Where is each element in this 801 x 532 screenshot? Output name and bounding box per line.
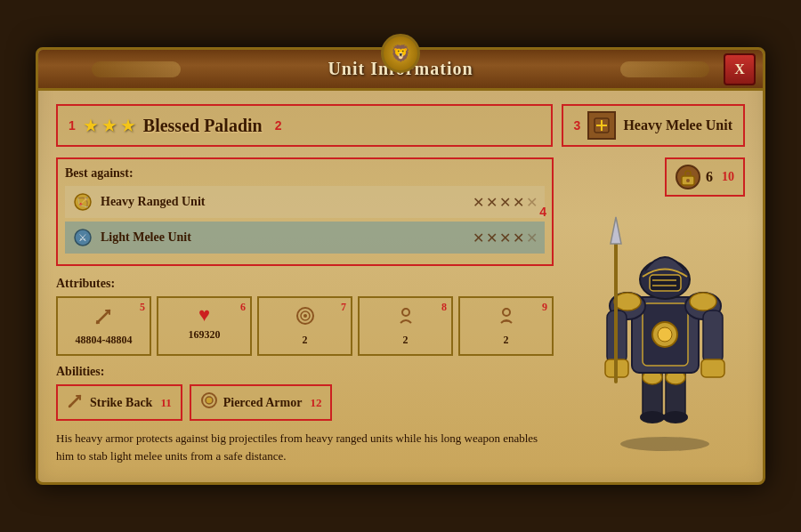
best-against-box: Best against: 🏹 Heavy Ranged Unit ✕ ✕ — [56, 157, 554, 266]
enemy-name-2: Light Melee Unit — [101, 230, 465, 245]
attack-icon — [93, 305, 115, 330]
svg-rect-43 — [701, 359, 724, 377]
unit-type-box: 3 Heavy Melee Unit — [562, 104, 745, 147]
range-icon — [395, 305, 417, 330]
star-2: ★ — [101, 115, 117, 136]
attr-speed: 9 2 — [458, 296, 554, 356]
svg-point-24 — [686, 179, 690, 182]
svg-point-29 — [663, 411, 688, 423]
best-against-label: Best against: — [65, 166, 545, 181]
right-panel: 6 10 — [567, 157, 745, 464]
svg-point-28 — [640, 411, 665, 423]
sword-1d: ✕ — [513, 194, 524, 211]
paladin-svg — [587, 204, 743, 453]
svg-point-13 — [303, 314, 307, 318]
star-1: ★ — [83, 115, 99, 136]
attr-target: 7 2 — [257, 296, 352, 356]
ability-number-2: 12 — [310, 396, 321, 410]
attributes-grid: 5 48804-48804 — [56, 296, 554, 356]
unit-type-icon — [587, 111, 616, 140]
badge-4: 4 — [539, 205, 546, 219]
sword-2a: ✕ — [473, 230, 484, 246]
abilities-section: Abilities: Strike Back — [56, 365, 554, 421]
svg-rect-47 — [650, 275, 681, 291]
ability-name-2: Pierced Armor — [223, 396, 303, 410]
enemy-name-1: Heavy Ranged Unit — [101, 195, 465, 209]
pierced-armor-icon — [200, 391, 218, 414]
sword-1c: ✕ — [499, 194, 511, 211]
badge-3: 3 — [574, 118, 581, 133]
wing-left-decoration — [92, 61, 181, 77]
sword-2e: ✕ — [526, 230, 538, 246]
svg-line-17 — [69, 396, 80, 407]
enemy-row-1: 🏹 Heavy Ranged Unit ✕ ✕ ✕ ✕ ✕ — [65, 186, 545, 218]
ability-strike-back[interactable]: Strike Back 11 — [56, 384, 182, 421]
sword-1a: ✕ — [473, 194, 484, 211]
unit-name: Blessed Paladin — [143, 116, 263, 136]
svg-line-7 — [97, 310, 109, 323]
description: His heavy armor protects against big pro… — [56, 430, 554, 464]
unit-info-window: 🦁 Unit Information X 1 ★ ★ ★ Blessed Pal… — [36, 47, 765, 485]
heavy-melee-icon-svg — [592, 116, 611, 135]
svg-text:🏹: 🏹 — [77, 196, 89, 208]
enemy-icon-1: 🏹 — [72, 191, 93, 213]
attr-health: 6 ♥ 169320 — [157, 296, 252, 356]
svg-point-39 — [690, 293, 716, 310]
badge-2: 2 — [275, 118, 282, 133]
attr-range: 8 2 — [358, 296, 453, 356]
svg-point-25 — [620, 437, 709, 451]
star-3: ★ — [120, 115, 136, 136]
close-button[interactable]: X — [724, 53, 756, 85]
health-icon: ♥ — [198, 305, 210, 325]
sword-icons-2: ✕ ✕ ✕ ✕ ✕ — [473, 230, 538, 246]
ability-pierced-armor[interactable]: Pierced Armor 12 — [190, 384, 333, 421]
left-panel: Best against: 🏹 Heavy Ranged Unit ✕ ✕ — [56, 157, 554, 464]
attr-number-6: 6 — [240, 301, 246, 314]
attr-value-target: 2 — [303, 334, 308, 347]
svg-rect-41 — [703, 310, 723, 364]
enemy-row-2: ⚔ Light Melee Unit ✕ ✕ ✕ ✕ ✕ — [65, 222, 545, 254]
attr-value-speed: 2 — [504, 334, 509, 347]
sword-1e: ✕ — [526, 194, 538, 211]
abilities-label: Abilities: — [56, 365, 554, 379]
sword-2b: ✕ — [486, 230, 498, 246]
svg-line-10 — [97, 321, 99, 323]
sword-2d: ✕ — [513, 230, 524, 246]
top-section: 1 ★ ★ ★ Blessed Paladin 2 3 — [56, 104, 745, 147]
unit-name-box: 1 ★ ★ ★ Blessed Paladin 2 — [56, 104, 553, 147]
ability-name-1: Strike Back — [90, 396, 152, 410]
target-icon — [295, 305, 316, 330]
abilities-row: Strike Back 11 Pierced Armor 1 — [56, 384, 554, 421]
star-rating: ★ ★ ★ — [83, 115, 136, 136]
level-badge: 10 — [722, 170, 734, 184]
title-bar: 🦁 Unit Information X — [38, 50, 763, 91]
unit-type-text: Heavy Melee Unit — [623, 117, 732, 133]
svg-point-14 — [402, 309, 409, 316]
attr-number-8: 8 — [441, 301, 447, 314]
sword-1b: ✕ — [486, 194, 498, 211]
attr-number-5: 5 — [140, 301, 145, 314]
attr-attack: 5 48804-48804 — [56, 296, 151, 356]
svg-point-22 — [206, 397, 213, 404]
level-value: 6 — [706, 169, 713, 185]
attr-number-9: 9 — [542, 301, 547, 314]
content-area: 1 ★ ★ ★ Blessed Paladin 2 3 — [38, 91, 763, 482]
speed-icon — [496, 305, 517, 330]
svg-point-35 — [658, 327, 672, 342]
enemy-icon-2: ⚔ — [72, 227, 93, 248]
main-area: Best against: 🏹 Heavy Ranged Unit ✕ ✕ — [56, 157, 745, 464]
emblem-icon: 🦁 — [381, 34, 420, 73]
svg-point-38 — [614, 293, 641, 310]
attr-value-attack: 48804-48804 — [76, 334, 133, 347]
svg-point-15 — [503, 309, 510, 316]
wing-right-decoration — [620, 61, 709, 77]
badge-1: 1 — [69, 118, 76, 133]
ability-number-1: 11 — [160, 396, 171, 410]
attributes-label: Attributes: — [56, 277, 554, 291]
attr-value-health: 169320 — [189, 328, 221, 342]
attr-value-range: 2 — [403, 334, 409, 347]
attributes-section: Attributes: 5 — [56, 277, 554, 356]
unit-image — [585, 204, 745, 453]
attr-number-7: 7 — [341, 301, 346, 314]
level-box: 6 10 — [665, 157, 745, 197]
